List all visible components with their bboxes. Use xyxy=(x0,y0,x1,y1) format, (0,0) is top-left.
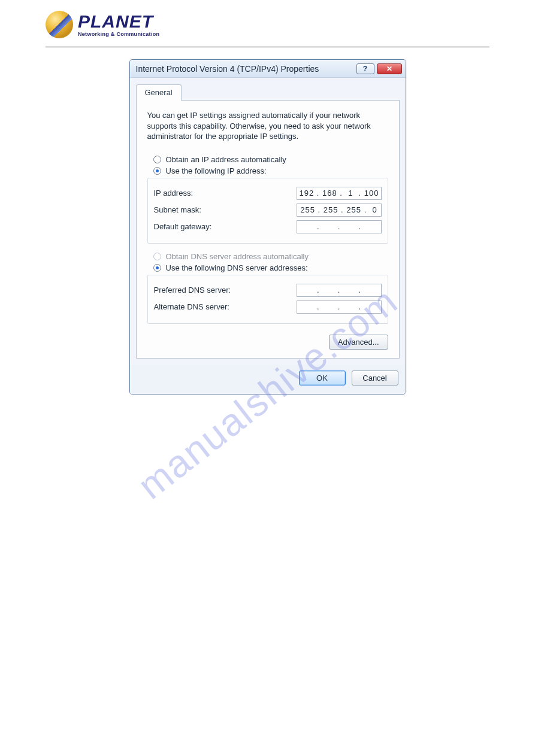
button-label: Advanced... xyxy=(338,338,379,347)
radio-label: Use the following DNS server addresses: xyxy=(166,263,308,272)
preferred-dns-label: Preferred DNS server: xyxy=(154,286,297,294)
dialog-footer: OK Cancel xyxy=(130,365,406,394)
cancel-button[interactable]: Cancel xyxy=(352,371,398,385)
brand-logo: PLANET Networking & Communication xyxy=(46,11,489,43)
button-label: OK xyxy=(316,374,328,382)
help-icon: ? xyxy=(363,65,367,73)
close-icon: ✕ xyxy=(386,65,392,73)
advanced-button[interactable]: Advanced... xyxy=(329,335,388,350)
radio-icon xyxy=(153,156,161,163)
header-divider xyxy=(46,47,489,47)
ip-address-group: IP address: Subnet mask: Default gateway… xyxy=(147,178,388,244)
logo-name: PLANET xyxy=(78,13,159,31)
radio-label: Obtain DNS server address automatically xyxy=(166,252,309,261)
tab-strip: General xyxy=(136,84,400,101)
subnet-mask-label: Subnet mask: xyxy=(154,205,297,214)
alternate-dns-label: Alternate DNS server: xyxy=(154,302,297,311)
radio-obtain-dns-auto: Obtain DNS server address automatically xyxy=(153,252,388,261)
close-button[interactable]: ✕ xyxy=(377,63,402,74)
title-bar: Internet Protocol Version 4 (TCP/IPv4) P… xyxy=(130,60,406,78)
preferred-dns-input[interactable]: ... xyxy=(297,284,382,297)
globe-icon xyxy=(46,11,73,38)
radio-icon xyxy=(153,253,161,260)
alternate-dns-input[interactable]: ... xyxy=(297,300,382,314)
help-button[interactable]: ? xyxy=(356,63,374,74)
radio-icon xyxy=(153,264,161,272)
tab-general[interactable]: General xyxy=(136,84,182,101)
subnet-mask-input[interactable] xyxy=(297,204,382,217)
button-label: Cancel xyxy=(362,374,386,382)
radio-use-following-dns[interactable]: Use the following DNS server addresses: xyxy=(153,263,388,272)
dialog-title: Internet Protocol Version 4 (TCP/IPv4) P… xyxy=(136,64,354,74)
page-header: PLANET Networking & Communication xyxy=(0,0,535,47)
default-gateway-input[interactable]: ... xyxy=(297,220,382,233)
dns-server-group: Preferred DNS server: ... Alternate DNS … xyxy=(147,275,388,324)
tab-panel-general: You can get IP settings assigned automat… xyxy=(136,101,400,359)
radio-use-following-ip[interactable]: Use the following IP address: xyxy=(153,166,388,175)
radio-label: Obtain an IP address automatically xyxy=(166,155,286,164)
ipv4-properties-dialog: Internet Protocol Version 4 (TCP/IPv4) P… xyxy=(129,59,406,394)
tab-label: General xyxy=(145,88,173,97)
settings-description: You can get IP settings assigned automat… xyxy=(147,110,388,142)
logo-tagline: Networking & Communication xyxy=(78,32,159,37)
radio-icon xyxy=(153,167,161,175)
ok-button[interactable]: OK xyxy=(299,371,346,385)
radio-label: Use the following IP address: xyxy=(166,166,267,175)
default-gateway-label: Default gateway: xyxy=(154,222,297,231)
ip-address-label: IP address: xyxy=(154,189,297,198)
radio-obtain-ip-auto[interactable]: Obtain an IP address automatically xyxy=(153,155,388,164)
ip-address-input[interactable] xyxy=(297,187,382,200)
